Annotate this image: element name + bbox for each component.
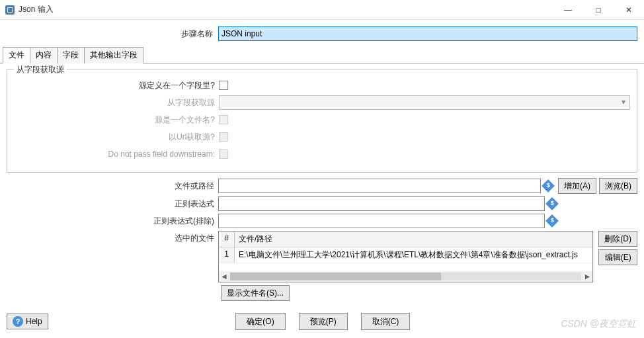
window-controls: — □ ✕ (553, 0, 644, 20)
step-name-label: 步骤名称 (7, 28, 218, 40)
bottom-bar: ? Help 确定(O) 预览(P) 取消(C) (0, 313, 644, 330)
scroll-left-icon[interactable]: ◄ (219, 272, 229, 281)
help-label: Help (26, 317, 42, 326)
help-icon: ? (13, 316, 23, 327)
maximize-button[interactable]: □ (583, 0, 614, 20)
label-regex: 正则表达式 (7, 198, 218, 210)
step-name-row: 步骤名称 (0, 20, 644, 46)
scroll-right-icon[interactable]: ► (582, 272, 592, 281)
help-button[interactable]: ? Help (7, 314, 48, 329)
fieldset-source-from-field: 从字段获取源 源定义在一个字段里? 从字段获取源 源是一个文件名? 以Url获取… (7, 69, 637, 173)
tab-panel-file: 从字段获取源 源定义在一个字段里? 从字段获取源 源是一个文件名? 以Url获取… (0, 63, 644, 301)
scroll-thumb[interactable] (230, 273, 441, 280)
fieldset-title: 从字段获取源 (14, 64, 67, 75)
input-file-or-path[interactable] (218, 179, 541, 193)
grid-header: # 文件/路径 (219, 232, 592, 247)
scroll-track[interactable] (230, 273, 581, 280)
label-selected-files: 选中的文件 (7, 231, 218, 282)
tab-other-output[interactable]: 其他输出字段 (84, 47, 143, 63)
row-regex-exclude: 正则表达式(排除) (7, 214, 637, 228)
tab-file[interactable]: 文件 (3, 47, 30, 63)
step-name-input[interactable] (218, 26, 637, 41)
row-regex: 正则表达式 (7, 196, 637, 211)
col-header-path: 文件/路径 (235, 232, 592, 247)
label-file-or-path: 文件或路径 (7, 181, 218, 192)
cancel-button[interactable]: 取消(C) (361, 313, 411, 330)
table-row[interactable]: 1 E:\电脑文件\兰州理工大学\2021\计算机系\课程\ETL\教材数据文件… (219, 247, 592, 263)
checkbox-do-not-pass (219, 149, 228, 159)
col-header-num: # (219, 232, 235, 247)
label-get-from-field: 从字段获取源 (14, 97, 219, 108)
browse-button[interactable]: 浏览(B) (599, 178, 637, 194)
cell-file-path: E:\电脑文件\兰州理工大学\2021\计算机系\课程\ETL\教材数据文件\第… (235, 247, 592, 263)
horizontal-scrollbar[interactable]: ◄ ► (219, 271, 592, 282)
input-regex[interactable] (218, 196, 545, 211)
row-selected-files: 选中的文件 # 文件/路径 1 E:\电脑文件\兰州理工大学\2021\计算机系… (7, 231, 637, 282)
show-filename-button[interactable]: 显示文件名(S)... (221, 285, 290, 301)
close-button[interactable]: ✕ (614, 0, 644, 20)
ok-button[interactable]: 确定(O) (235, 313, 285, 330)
input-regex-exclude[interactable] (218, 214, 545, 228)
variable-icon[interactable] (545, 197, 559, 210)
label-regex-exclude: 正则表达式(排除) (7, 216, 218, 227)
label-do-not-pass: Do not pass field downstream: (14, 149, 219, 159)
tab-content[interactable]: 内容 (30, 47, 58, 63)
variable-icon[interactable] (542, 179, 555, 192)
label-get-from-url: 以Url获取源? (14, 132, 219, 143)
tab-strip: 文件 内容 字段 其他输出字段 (0, 46, 644, 63)
checkbox-get-from-url (219, 132, 228, 142)
delete-button[interactable]: 删除(D) (598, 231, 637, 247)
row-file-or-path: 文件或路径 增加(A) 浏览(B) (7, 178, 637, 194)
app-icon (5, 5, 15, 15)
tab-fields[interactable]: 字段 (57, 47, 85, 63)
selected-files-grid[interactable]: # 文件/路径 1 E:\电脑文件\兰州理工大学\2021\计算机系\课程\ET… (218, 231, 593, 282)
label-source-is-filename: 源是一个文件名? (14, 114, 219, 126)
preview-button[interactable]: 预览(P) (299, 313, 348, 330)
checkbox-source-is-filename (219, 115, 228, 124)
edit-button[interactable]: 编辑(E) (598, 249, 637, 265)
variable-icon[interactable] (545, 214, 559, 228)
label-source-in-field: 源定义在一个字段里? (14, 80, 219, 91)
add-button[interactable]: 增加(A) (558, 178, 596, 194)
titlebar: Json 输入 — □ ✕ (0, 0, 644, 20)
combo-get-from-field[interactable] (219, 95, 630, 110)
cell-row-num: 1 (219, 247, 235, 263)
minimize-button[interactable]: — (553, 0, 583, 20)
window-title: Json 输入 (19, 4, 553, 15)
checkbox-source-in-field[interactable] (219, 81, 228, 90)
